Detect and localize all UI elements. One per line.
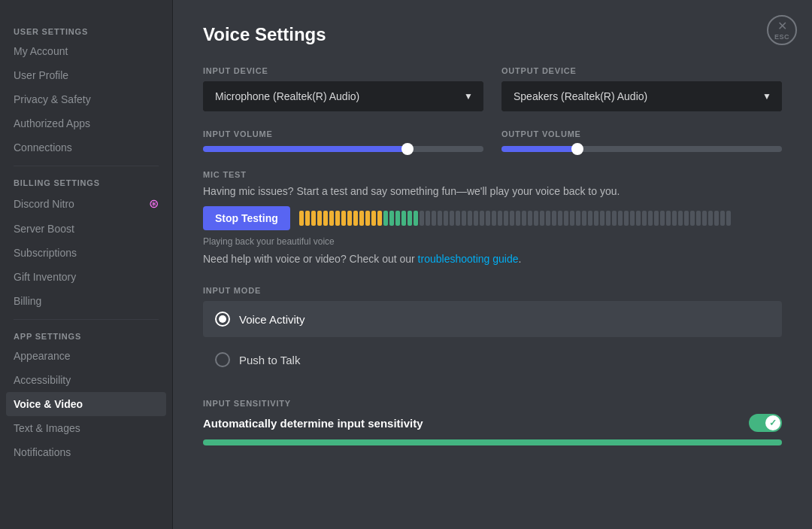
output-device-select-wrapper[interactable]: Speakers (Realtek(R) Audio) (501, 81, 782, 111)
input-sensitivity-section: INPUT SENSITIVITY Automatically determin… (203, 399, 782, 445)
push-to-talk-radio[interactable] (215, 352, 230, 367)
input-volume-thumb[interactable] (401, 143, 414, 155)
auto-sensitivity-row: Automatically determine input sensitivit… (203, 414, 782, 432)
output-volume-thumb[interactable] (571, 143, 583, 155)
mic-bar (420, 211, 424, 226)
mic-bar (426, 211, 430, 226)
sidebar-item-label: Notifications (14, 446, 71, 458)
mic-bar (462, 211, 466, 226)
sidebar-item-label: Billing (14, 295, 41, 307)
sidebar-item-accessibility[interactable]: Accessibility (6, 368, 166, 392)
volume-row: INPUT VOLUME OUTPUT VOLUME (203, 129, 782, 152)
nitro-badge-icon: ⊛ (149, 196, 159, 211)
sidebar-item-label: Appearance (14, 350, 71, 362)
mic-bar (684, 211, 689, 226)
mic-bar (534, 211, 538, 226)
troubleshoot-prefix: Need help with voice or video? Check out… (203, 253, 418, 265)
sidebar-item-notifications[interactable]: Notifications (6, 440, 166, 464)
mic-bar (600, 211, 604, 226)
mic-bar (564, 211, 568, 226)
output-device-select[interactable]: Speakers (Realtek(R) Audio) (501, 81, 782, 111)
mic-bar (516, 211, 520, 226)
mic-bar (492, 211, 496, 226)
voice-activity-option[interactable]: Voice Activity (203, 301, 782, 337)
mic-bar (395, 211, 400, 226)
sidebar-item-billing[interactable]: Billing (6, 289, 166, 313)
mic-bar (468, 211, 472, 226)
mic-bar (528, 211, 532, 226)
sidebar-item-text-images[interactable]: Text & Images (6, 416, 166, 440)
main-content: ✕ ESC Voice Settings INPUT DEVICE Microp… (173, 0, 812, 529)
output-volume-slider[interactable] (501, 146, 782, 152)
playback-label: Playing back your beautiful voice (203, 236, 782, 247)
mic-bar (408, 211, 412, 226)
input-volume-slider[interactable] (203, 146, 483, 152)
mic-bar (510, 211, 514, 226)
sidebar-item-label: Discord Nitro (14, 198, 74, 210)
push-to-talk-option[interactable]: Push to Talk (203, 342, 782, 378)
mic-bar (702, 211, 707, 226)
mic-test-label: MIC TEST (203, 170, 782, 179)
input-device-select[interactable]: Microphone (Realtek(R) Audio) (203, 81, 483, 111)
app-settings-label: App Settings (6, 326, 166, 344)
voice-activity-label: Voice Activity (239, 313, 305, 326)
sidebar-item-privacy-safety[interactable]: Privacy & Safety (6, 87, 166, 111)
mic-bar (389, 211, 394, 226)
mic-bar (323, 211, 328, 226)
close-button[interactable]: ✕ ESC (767, 15, 797, 45)
mic-bar (432, 211, 436, 226)
sidebar-item-my-account[interactable]: My Account (6, 39, 166, 63)
mic-bar (377, 211, 382, 226)
mic-bar (552, 211, 556, 226)
mic-bar (317, 211, 322, 226)
mic-bar (690, 211, 695, 226)
mic-bar (401, 211, 406, 226)
sidebar-item-connections[interactable]: Connections (6, 135, 166, 160)
sidebar-item-gift-inventory[interactable]: Gift Inventory (6, 265, 166, 289)
auto-sensitivity-toggle[interactable]: ✓ (749, 414, 782, 432)
mic-bar (720, 211, 725, 226)
mic-bar (582, 211, 586, 226)
mic-bar (353, 211, 358, 226)
mic-bar (486, 211, 490, 226)
mic-bar (540, 211, 544, 226)
sidebar-item-appearance[interactable]: Appearance (6, 344, 166, 368)
sidebar-item-discord-nitro[interactable]: Discord Nitro ⊛ (6, 190, 166, 217)
mic-bar (612, 211, 617, 226)
mic-meter (299, 209, 782, 227)
mic-bar (666, 211, 671, 226)
sidebar-item-server-boost[interactable]: Server Boost (6, 217, 166, 241)
mic-bar (359, 211, 364, 226)
sidebar-item-label: Authorized Apps (14, 117, 90, 129)
output-volume-group: OUTPUT VOLUME (501, 129, 782, 152)
mic-bar (456, 211, 460, 226)
mic-bar (660, 211, 665, 226)
sensitivity-bar (203, 439, 782, 445)
voice-activity-radio[interactable] (215, 312, 230, 327)
troubleshoot-text: Need help with voice or video? Check out… (203, 253, 782, 265)
sidebar-divider-2 (14, 319, 159, 320)
mic-bar (606, 211, 611, 226)
billing-settings-label: Billing Settings (6, 172, 166, 190)
mic-bar (347, 211, 352, 226)
sidebar-item-authorized-apps[interactable]: Authorized Apps (6, 111, 166, 135)
troubleshoot-link[interactable]: troubleshooting guide (418, 253, 519, 265)
toggle-check-icon: ✓ (769, 418, 777, 428)
mic-bar (444, 211, 448, 226)
mic-bar (371, 211, 376, 226)
stop-testing-button[interactable]: Stop Testing (203, 206, 290, 230)
mic-bar (630, 211, 635, 226)
input-device-label: INPUT DEVICE (203, 66, 483, 75)
push-to-talk-label: Push to Talk (239, 354, 300, 366)
sidebar-item-user-profile[interactable]: User Profile (6, 63, 166, 87)
mic-bar (576, 211, 580, 226)
sidebar-item-subscriptions[interactable]: Subscriptions (6, 241, 166, 265)
input-volume-group: INPUT VOLUME (203, 129, 483, 152)
sidebar-item-voice-video[interactable]: Voice & Video (6, 392, 166, 416)
mic-bar (594, 211, 598, 226)
mic-bar (546, 211, 550, 226)
mic-test-section: MIC TEST Having mic issues? Start a test… (203, 170, 782, 265)
input-device-select-wrapper[interactable]: Microphone (Realtek(R) Audio) (203, 81, 483, 111)
output-device-label: OUTPUT DEVICE (501, 66, 782, 75)
mic-bar (588, 211, 592, 226)
